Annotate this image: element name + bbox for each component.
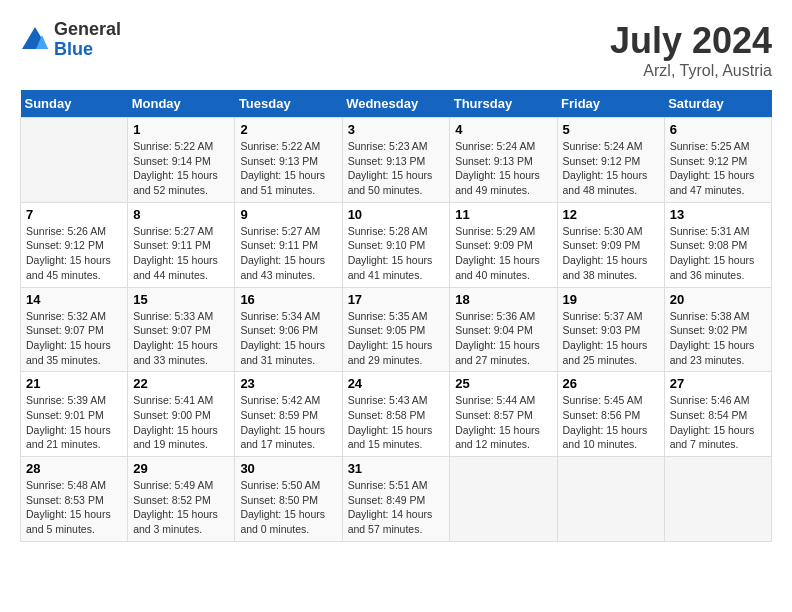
week-row-4: 21Sunrise: 5:39 AM Sunset: 9:01 PM Dayli…: [21, 372, 772, 457]
week-row-2: 7Sunrise: 5:26 AM Sunset: 9:12 PM Daylig…: [21, 202, 772, 287]
week-row-5: 28Sunrise: 5:48 AM Sunset: 8:53 PM Dayli…: [21, 457, 772, 542]
day-number: 15: [133, 292, 229, 307]
day-cell: 9Sunrise: 5:27 AM Sunset: 9:11 PM Daylig…: [235, 202, 342, 287]
day-info: Sunrise: 5:45 AM Sunset: 8:56 PM Dayligh…: [563, 393, 659, 452]
week-row-3: 14Sunrise: 5:32 AM Sunset: 9:07 PM Dayli…: [21, 287, 772, 372]
day-cell: 10Sunrise: 5:28 AM Sunset: 9:10 PM Dayli…: [342, 202, 450, 287]
day-info: Sunrise: 5:44 AM Sunset: 8:57 PM Dayligh…: [455, 393, 551, 452]
day-info: Sunrise: 5:33 AM Sunset: 9:07 PM Dayligh…: [133, 309, 229, 368]
day-number: 18: [455, 292, 551, 307]
day-info: Sunrise: 5:43 AM Sunset: 8:58 PM Dayligh…: [348, 393, 445, 452]
day-number: 2: [240, 122, 336, 137]
day-cell: 1Sunrise: 5:22 AM Sunset: 9:14 PM Daylig…: [128, 118, 235, 203]
day-number: 10: [348, 207, 445, 222]
day-cell: 4Sunrise: 5:24 AM Sunset: 9:13 PM Daylig…: [450, 118, 557, 203]
col-header-sunday: Sunday: [21, 90, 128, 118]
day-cell: 14Sunrise: 5:32 AM Sunset: 9:07 PM Dayli…: [21, 287, 128, 372]
day-info: Sunrise: 5:39 AM Sunset: 9:01 PM Dayligh…: [26, 393, 122, 452]
day-number: 8: [133, 207, 229, 222]
day-number: 4: [455, 122, 551, 137]
day-cell: [557, 457, 664, 542]
day-cell: 11Sunrise: 5:29 AM Sunset: 9:09 PM Dayli…: [450, 202, 557, 287]
calendar-table: SundayMondayTuesdayWednesdayThursdayFrid…: [20, 90, 772, 542]
day-cell: 8Sunrise: 5:27 AM Sunset: 9:11 PM Daylig…: [128, 202, 235, 287]
day-info: Sunrise: 5:24 AM Sunset: 9:13 PM Dayligh…: [455, 139, 551, 198]
col-header-wednesday: Wednesday: [342, 90, 450, 118]
day-number: 5: [563, 122, 659, 137]
day-info: Sunrise: 5:35 AM Sunset: 9:05 PM Dayligh…: [348, 309, 445, 368]
day-cell: 6Sunrise: 5:25 AM Sunset: 9:12 PM Daylig…: [664, 118, 771, 203]
day-number: 19: [563, 292, 659, 307]
day-number: 31: [348, 461, 445, 476]
day-info: Sunrise: 5:38 AM Sunset: 9:02 PM Dayligh…: [670, 309, 766, 368]
day-info: Sunrise: 5:31 AM Sunset: 9:08 PM Dayligh…: [670, 224, 766, 283]
day-number: 11: [455, 207, 551, 222]
day-cell: 2Sunrise: 5:22 AM Sunset: 9:13 PM Daylig…: [235, 118, 342, 203]
day-info: Sunrise: 5:23 AM Sunset: 9:13 PM Dayligh…: [348, 139, 445, 198]
col-header-thursday: Thursday: [450, 90, 557, 118]
day-cell: 22Sunrise: 5:41 AM Sunset: 9:00 PM Dayli…: [128, 372, 235, 457]
day-cell: 12Sunrise: 5:30 AM Sunset: 9:09 PM Dayli…: [557, 202, 664, 287]
col-header-saturday: Saturday: [664, 90, 771, 118]
day-info: Sunrise: 5:28 AM Sunset: 9:10 PM Dayligh…: [348, 224, 445, 283]
day-info: Sunrise: 5:51 AM Sunset: 8:49 PM Dayligh…: [348, 478, 445, 537]
day-info: Sunrise: 5:49 AM Sunset: 8:52 PM Dayligh…: [133, 478, 229, 537]
day-number: 28: [26, 461, 122, 476]
subtitle: Arzl, Tyrol, Austria: [610, 62, 772, 80]
day-info: Sunrise: 5:27 AM Sunset: 9:11 PM Dayligh…: [240, 224, 336, 283]
day-cell: 16Sunrise: 5:34 AM Sunset: 9:06 PM Dayli…: [235, 287, 342, 372]
logo-icon: [20, 25, 50, 55]
logo-blue: Blue: [54, 39, 93, 59]
main-title: July 2024: [610, 20, 772, 62]
day-info: Sunrise: 5:27 AM Sunset: 9:11 PM Dayligh…: [133, 224, 229, 283]
logo: General Blue: [20, 20, 121, 60]
week-row-1: 1Sunrise: 5:22 AM Sunset: 9:14 PM Daylig…: [21, 118, 772, 203]
col-header-monday: Monday: [128, 90, 235, 118]
day-info: Sunrise: 5:48 AM Sunset: 8:53 PM Dayligh…: [26, 478, 122, 537]
col-header-friday: Friday: [557, 90, 664, 118]
day-number: 16: [240, 292, 336, 307]
day-number: 22: [133, 376, 229, 391]
day-info: Sunrise: 5:29 AM Sunset: 9:09 PM Dayligh…: [455, 224, 551, 283]
day-cell: 27Sunrise: 5:46 AM Sunset: 8:54 PM Dayli…: [664, 372, 771, 457]
day-number: 21: [26, 376, 122, 391]
day-number: 9: [240, 207, 336, 222]
title-block: July 2024 Arzl, Tyrol, Austria: [610, 20, 772, 80]
day-cell: 15Sunrise: 5:33 AM Sunset: 9:07 PM Dayli…: [128, 287, 235, 372]
day-number: 6: [670, 122, 766, 137]
day-cell: 17Sunrise: 5:35 AM Sunset: 9:05 PM Dayli…: [342, 287, 450, 372]
day-number: 25: [455, 376, 551, 391]
day-number: 23: [240, 376, 336, 391]
day-info: Sunrise: 5:34 AM Sunset: 9:06 PM Dayligh…: [240, 309, 336, 368]
day-number: 17: [348, 292, 445, 307]
day-number: 12: [563, 207, 659, 222]
col-header-tuesday: Tuesday: [235, 90, 342, 118]
day-info: Sunrise: 5:30 AM Sunset: 9:09 PM Dayligh…: [563, 224, 659, 283]
day-info: Sunrise: 5:41 AM Sunset: 9:00 PM Dayligh…: [133, 393, 229, 452]
day-cell: 31Sunrise: 5:51 AM Sunset: 8:49 PM Dayli…: [342, 457, 450, 542]
day-cell: 5Sunrise: 5:24 AM Sunset: 9:12 PM Daylig…: [557, 118, 664, 203]
day-cell: 26Sunrise: 5:45 AM Sunset: 8:56 PM Dayli…: [557, 372, 664, 457]
header-row: SundayMondayTuesdayWednesdayThursdayFrid…: [21, 90, 772, 118]
day-cell: 3Sunrise: 5:23 AM Sunset: 9:13 PM Daylig…: [342, 118, 450, 203]
day-cell: 25Sunrise: 5:44 AM Sunset: 8:57 PM Dayli…: [450, 372, 557, 457]
day-cell: [21, 118, 128, 203]
day-number: 26: [563, 376, 659, 391]
day-info: Sunrise: 5:24 AM Sunset: 9:12 PM Dayligh…: [563, 139, 659, 198]
day-cell: 23Sunrise: 5:42 AM Sunset: 8:59 PM Dayli…: [235, 372, 342, 457]
day-number: 1: [133, 122, 229, 137]
day-number: 20: [670, 292, 766, 307]
day-number: 13: [670, 207, 766, 222]
day-number: 27: [670, 376, 766, 391]
logo-general: General: [54, 19, 121, 39]
day-number: 30: [240, 461, 336, 476]
day-info: Sunrise: 5:46 AM Sunset: 8:54 PM Dayligh…: [670, 393, 766, 452]
day-cell: 7Sunrise: 5:26 AM Sunset: 9:12 PM Daylig…: [21, 202, 128, 287]
day-number: 29: [133, 461, 229, 476]
day-info: Sunrise: 5:42 AM Sunset: 8:59 PM Dayligh…: [240, 393, 336, 452]
day-info: Sunrise: 5:22 AM Sunset: 9:14 PM Dayligh…: [133, 139, 229, 198]
day-cell: 18Sunrise: 5:36 AM Sunset: 9:04 PM Dayli…: [450, 287, 557, 372]
day-number: 14: [26, 292, 122, 307]
day-info: Sunrise: 5:32 AM Sunset: 9:07 PM Dayligh…: [26, 309, 122, 368]
day-info: Sunrise: 5:22 AM Sunset: 9:13 PM Dayligh…: [240, 139, 336, 198]
